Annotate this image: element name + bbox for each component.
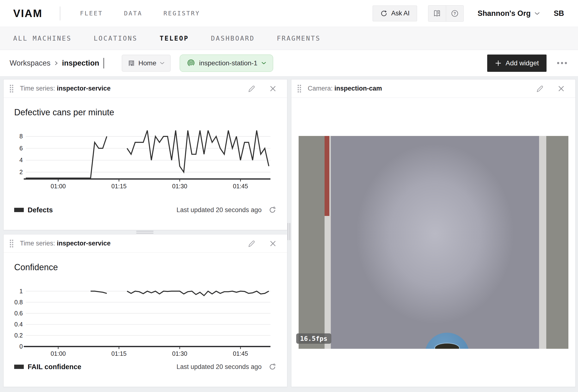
widget-footer: Defects Last updated 20 seconds ago: [14, 206, 277, 214]
svg-text:?: ?: [454, 11, 456, 16]
org-name: Shannon's Org: [478, 9, 531, 18]
svg-text:01:30: 01:30: [172, 350, 187, 356]
ask-ai-button[interactable]: Ask AI: [373, 5, 417, 21]
tab-all-machines[interactable]: ALL MACHINES: [13, 35, 72, 42]
close-widget-button[interactable]: [267, 83, 278, 94]
building-icon: [128, 59, 135, 67]
refresh-icon: [268, 206, 277, 214]
camera-feed-red-bar: [325, 136, 329, 216]
workspace-canvas: Time series: inspector-service Defective…: [0, 76, 578, 392]
chart-title: Defective cans per minute: [14, 107, 277, 117]
docs-button[interactable]: [428, 5, 446, 21]
viam-logo[interactable]: VIAM: [13, 7, 43, 19]
widget-header: Camera: inspection-cam: [291, 80, 575, 98]
close-icon: [269, 240, 277, 247]
camera-feed: [299, 136, 568, 349]
svg-text:01:45: 01:45: [233, 350, 248, 356]
legend-label: Defects: [28, 206, 53, 214]
chart-area: Confidence 00.20.40.60.8101:0001:1501:30…: [3, 253, 287, 356]
edit-widget-button[interactable]: [246, 238, 257, 249]
nav-fleet[interactable]: FLEET: [80, 10, 103, 17]
timeseries-widget-confidence: Time series: inspector-service Confidenc…: [3, 234, 287, 387]
row-resize-handle[interactable]: [136, 231, 153, 235]
more-options-button[interactable]: [555, 59, 569, 66]
help-button[interactable]: ?: [446, 5, 463, 21]
pencil-icon: [247, 240, 255, 248]
breadcrumb: Workspaces inspection: [10, 58, 104, 68]
edit-widget-button[interactable]: [246, 83, 257, 94]
pencil-icon: [535, 85, 544, 93]
widget-source: inspector-service: [57, 240, 111, 247]
question-mark-icon: ?: [451, 9, 459, 17]
svg-text:01:00: 01:00: [51, 183, 66, 189]
camera-widget: Camera: inspection-cam: [291, 79, 576, 387]
widget-title: Camera: inspection-cam: [308, 85, 382, 92]
chevron-right-icon: [54, 60, 58, 66]
tab-locations[interactable]: LOCATIONS: [94, 35, 138, 42]
camera-feed-wall-right: [546, 136, 568, 349]
defects-line-chart: 246801:0001:1501:3001:45: [14, 123, 277, 189]
edit-widget-button[interactable]: [534, 83, 545, 94]
machine-beacon-icon: [187, 59, 195, 67]
chart-area: Defective cans per minute 246801:0001:15…: [3, 98, 287, 189]
refresh-button[interactable]: [268, 206, 277, 214]
primary-nav: FLEET DATA REGISTRY: [80, 10, 200, 17]
machine-name: inspection-station-1: [199, 59, 257, 67]
widget-header: Time series: inspector-service: [3, 80, 287, 98]
add-widget-label: Add widget: [505, 59, 539, 67]
org-selector[interactable]: Shannon's Org: [478, 9, 540, 18]
plus-icon: [495, 60, 502, 66]
camera-body: 16.5fps: [291, 98, 575, 387]
legend-swatch: [14, 208, 24, 212]
tab-fragments[interactable]: FRAGMENTS: [277, 35, 321, 42]
pencil-icon: [247, 85, 255, 93]
nav-data[interactable]: DATA: [124, 10, 142, 17]
close-widget-button[interactable]: [556, 83, 567, 94]
help-group: ?: [428, 5, 464, 22]
divider: [60, 6, 60, 20]
drag-handle-icon[interactable]: [298, 85, 301, 93]
widget-source: inspection-cam: [335, 85, 382, 92]
svg-text:6: 6: [19, 145, 23, 151]
workspace-name-input[interactable]: inspection: [62, 59, 99, 67]
workspace-page-dropdown[interactable]: Home: [122, 55, 171, 72]
avatar[interactable]: SB: [554, 9, 564, 18]
last-updated-text: Last updated 20 seconds ago: [177, 363, 262, 371]
legend-swatch: [14, 365, 24, 369]
toolbar-right: Add widget: [487, 54, 569, 72]
column-resize-handle[interactable]: [288, 223, 290, 240]
add-widget-button[interactable]: Add widget: [487, 54, 546, 72]
drag-handle-icon[interactable]: [10, 240, 13, 247]
widget-title: Time series: inspector-service: [20, 85, 110, 92]
widget-source: inspector-service: [57, 85, 111, 92]
svg-text:0.8: 0.8: [14, 299, 23, 305]
book-icon: [433, 9, 441, 17]
close-icon: [269, 85, 277, 92]
svg-text:01:45: 01:45: [233, 183, 248, 189]
chart-title: Confidence: [14, 262, 277, 272]
svg-text:2: 2: [19, 169, 23, 175]
machine-selector[interactable]: inspection-station-1: [180, 54, 273, 72]
top-bar: VIAM FLEET DATA REGISTRY Ask AI: [0, 0, 578, 27]
svg-text:1: 1: [19, 288, 23, 294]
drag-handle-icon[interactable]: [10, 85, 13, 93]
fps-badge: 16.5fps: [296, 333, 331, 344]
refresh-button[interactable]: [268, 363, 277, 371]
top-right-controls: Ask AI ? Shannon's Org: [373, 5, 564, 22]
workspace-page-label: Home: [138, 59, 156, 67]
svg-text:0.6: 0.6: [14, 310, 23, 317]
tab-teleop[interactable]: TELEOP: [159, 35, 189, 42]
svg-text:01:15: 01:15: [111, 183, 127, 189]
tab-dashboard[interactable]: DASHBOARD: [211, 35, 255, 42]
breadcrumb-workspaces[interactable]: Workspaces: [10, 59, 50, 67]
nav-registry[interactable]: REGISTRY: [163, 10, 200, 17]
widget-header: Time series: inspector-service: [3, 235, 287, 253]
ask-ai-label: Ask AI: [391, 10, 410, 17]
timeseries-widget-defects: Time series: inspector-service Defective…: [3, 79, 287, 230]
legend-label: FAIL confidence: [28, 363, 81, 371]
widget-title: Time series: inspector-service: [20, 240, 110, 247]
confidence-line-chart: 00.20.40.60.8101:0001:1501:3001:45: [14, 278, 277, 356]
workspace-toolbar: Workspaces inspection Home inspection-st…: [0, 50, 578, 76]
close-widget-button[interactable]: [267, 238, 278, 249]
text-caret: [103, 58, 104, 68]
